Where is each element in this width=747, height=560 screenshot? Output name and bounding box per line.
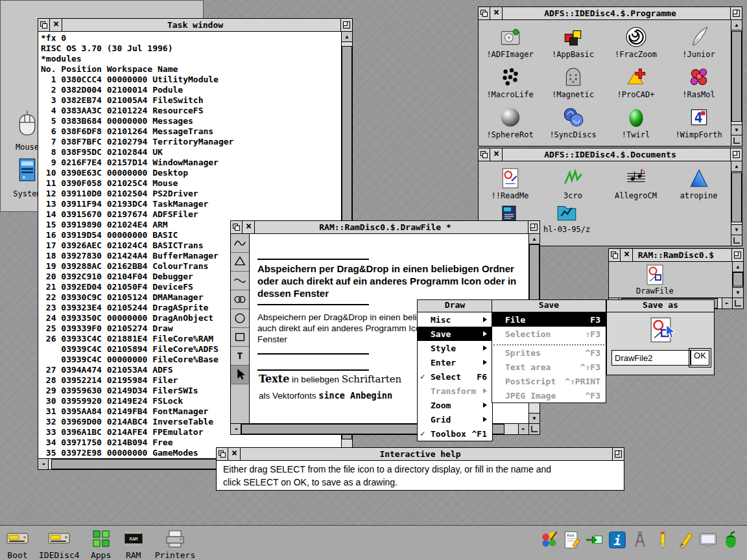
scroll-left-icon[interactable]: ◄ [38,459,49,469]
toggle-size-icon[interactable] [730,7,742,19]
file-icon-junior[interactable]: !Junior [667,25,730,65]
scroll-down-icon[interactable]: ▼ [731,124,742,135]
scroll-up-icon[interactable]: ▲ [342,32,352,42]
tool-rectangle-button[interactable] [231,328,249,347]
iconbar-text-editor[interactable]: Asm [562,528,582,550]
scrollbar-track[interactable] [731,172,742,224]
iconbar-display[interactable] [698,528,718,550]
toggle-size-icon[interactable] [612,448,624,460]
resize-handle[interactable] [732,298,743,309]
scroll-down-icon[interactable]: ▼ [529,413,540,423]
file-icon-wimpforth[interactable]: 4!WimpForth [667,106,730,146]
close-icon[interactable]: × [51,19,62,31]
scroll-down-icon[interactable]: ▼ [733,287,743,298]
toggle-size-icon[interactable] [528,221,540,233]
file-icon-twirl[interactable]: !Twirl [604,106,667,146]
file-icon-procad[interactable]: !ProCAD+ [604,65,667,106]
scrollbar-track[interactable] [731,30,742,124]
tool-text-button[interactable]: T [231,347,249,366]
toggle-size-icon[interactable] [730,148,742,161]
file-icon-fraczoom[interactable]: !FracZoom [604,25,667,65]
back-icon[interactable] [479,7,490,19]
close-icon[interactable]: × [491,148,503,161]
tool-circle-button[interactable] [231,309,249,328]
title-bar[interactable]: × ADFS::IDEDisc4.$.Documents [479,148,742,161]
scroll-right-icon[interactable]: ► [722,298,732,309]
iconbar-ram[interactable]: RAMRAM [123,528,145,560]
menu-item-save[interactable]: Save [418,327,492,341]
scrollbar-slider[interactable] [731,31,742,121]
file-icon-sphererot[interactable]: !SphereRot [479,106,541,146]
menu-item-grid[interactable]: Grid [418,412,492,426]
scroll-up-icon[interactable]: ▲ [733,262,743,272]
menu-item-file[interactable]: FileF3 [492,312,606,327]
title-bar[interactable]: × RAM::RamDisc0.$.DrawFile * [231,221,540,234]
resize-handle[interactable] [731,135,742,146]
file-icon-syncdiscs[interactable]: !SyncDiscs [541,106,604,146]
toggle-size-icon[interactable] [340,19,352,31]
back-icon[interactable] [38,19,50,31]
scroll-up-icon[interactable]: ▲ [731,161,742,172]
vertical-scrollbar[interactable]: ▲ ▼ [732,262,743,298]
file-icon-hl-03-95[interactable]: hl-03-95/z [543,200,590,234]
back-icon[interactable] [609,249,621,261]
iconbar-help-info[interactable]: i [608,528,627,550]
vertical-scrollbar[interactable]: ▲ ▼ [731,20,742,146]
close-icon[interactable]: × [229,448,241,460]
menu-item-style[interactable]: Style [418,341,492,355]
file-icon-atropine[interactable]: atropine [667,167,730,207]
iconbar-idedisc4[interactable]: IDEDisc4 [39,528,80,560]
scroll-up-icon[interactable]: ▲ [731,20,742,30]
file-icon-allegrocm[interactable]: AllegroCM [604,167,667,207]
menu-item-misc[interactable]: Misc [418,312,492,327]
back-icon[interactable] [479,148,490,161]
title-bar[interactable]: × Interactive help [217,448,624,461]
iconbar-pencil[interactable] [653,528,672,550]
file-icon-appbasic[interactable]: !AppBasic [541,25,604,65]
tool-open-path-button[interactable] [231,234,249,253]
file-icon-rasmol[interactable]: !RasMol [667,65,730,106]
title-bar[interactable]: × ADFS::IDEDisc4.$.Programme [479,7,742,20]
back-icon[interactable] [231,221,243,233]
tool-curve-button[interactable] [231,272,249,290]
iconbar-apps[interactable]: Apps [90,528,112,560]
file-icon-readme[interactable]: !!ReadMe [479,167,541,207]
scrollbar-slider[interactable] [731,172,742,222]
title-bar[interactable]: × RAM::RamDisc0.$ [609,249,743,262]
file-icon-adfimager[interactable]: !ADFImager [479,25,541,65]
file-icon-drawfile[interactable]: DrawFile [636,264,674,296]
menu-item-zoom[interactable]: Zoom [418,398,492,412]
menu-item-enter[interactable]: Enter [418,355,492,369]
iconbar-boot[interactable]: Boot [6,528,29,560]
tool-closed-path-button[interactable] [231,253,249,272]
scroll-up-icon[interactable]: ▲ [529,234,540,244]
scroll-right-icon[interactable]: ► [518,424,528,434]
menu-item-toolbox[interactable]: ✓Toolbox^F1 [418,426,492,441]
resize-handle[interactable] [731,235,742,246]
iconbar-draw-app[interactable] [630,528,650,550]
vertical-scrollbar[interactable]: ▲ ▼ [731,161,742,246]
iconbar-import[interactable] [585,528,604,550]
scroll-down-icon[interactable]: ▼ [731,224,742,235]
iconbar-pen[interactable] [676,528,695,550]
file-icon-magnetic[interactable]: !Magnetic [541,65,604,106]
tool-ellipses-button[interactable] [231,290,249,309]
iconbar-paint[interactable] [540,528,559,550]
back-icon[interactable] [217,448,228,460]
tool-select-button[interactable] [231,366,249,384]
close-icon[interactable]: × [491,7,503,19]
filename-input[interactable] [611,350,691,366]
scrollbar-slider[interactable] [733,272,743,286]
title-bar[interactable]: × Task window [38,19,352,32]
menu-item-select[interactable]: ✓SelectF6 [418,369,492,384]
iconbar-printers[interactable]: Printers [155,528,196,560]
toggle-size-icon[interactable] [731,249,743,261]
file-icon-macrolife[interactable]: !MacroLife [479,65,541,106]
scrollbar-track[interactable] [733,272,743,287]
ok-button[interactable]: OK [691,350,709,366]
close-icon[interactable]: × [621,249,633,261]
close-icon[interactable]: × [243,221,255,233]
iconbar-task-manager[interactable] [721,528,741,550]
scroll-left-icon[interactable]: ◄ [231,424,241,434]
resize-handle[interactable] [528,423,540,434]
